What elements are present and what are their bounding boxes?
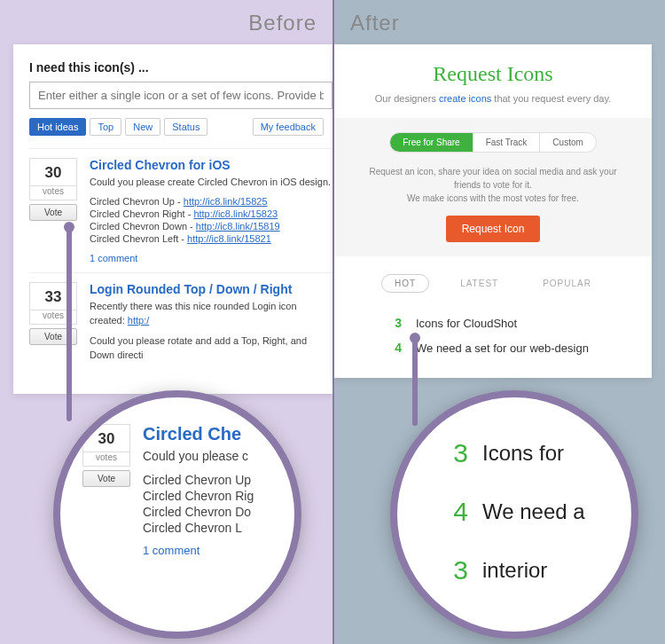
pill-fast-track[interactable]: Fast Track	[473, 133, 540, 152]
idea-link[interactable]: http:/	[128, 315, 149, 326]
before-label: Before	[248, 11, 317, 35]
chevron-link[interactable]: http://ic8.link/15821	[187, 233, 271, 244]
after-label: After	[350, 11, 400, 35]
pointer-dot	[64, 222, 74, 232]
idea-comments[interactable]: 1 comment	[90, 253, 332, 263]
list-item[interactable]: 3 Icons for	[415, 433, 631, 474]
vote-count: 30	[29, 158, 77, 186]
idea-input[interactable]	[29, 82, 332, 109]
list-item[interactable]: 4 We need a	[415, 491, 631, 532]
chevron-link[interactable]: http://ic8.link/15819	[196, 221, 280, 232]
idea-desc: Could you please c	[143, 448, 294, 466]
chevron-link[interactable]: http://ic8.link/15823	[193, 208, 278, 219]
list-text: We need a set for our web-design	[416, 342, 589, 355]
idea-row: 30 votes Vote Circled Chevron for iOS Co…	[29, 148, 332, 272]
after-subtitle: Our designers create icons that you requ…	[343, 93, 643, 104]
before-card: I need this icon(s) ... Hot ideas Top Ne…	[13, 44, 332, 394]
tab-status[interactable]: Status	[164, 118, 207, 136]
after-note: Request an icon, share your idea on soci…	[343, 165, 643, 205]
list-item[interactable]: 3 interior	[415, 550, 631, 591]
filter-hot[interactable]: HOT	[381, 274, 429, 293]
list-item[interactable]: 4 We need a set for our web-design	[343, 335, 643, 360]
pill-free[interactable]: Free for Share	[390, 133, 472, 152]
request-icon-button[interactable]: Request Icon	[446, 216, 541, 242]
idea-title[interactable]: Login Rounded Top / Down / Right	[90, 282, 332, 296]
before-heading: I need this icon(s) ...	[29, 60, 332, 75]
filter-latest[interactable]: LATEST	[447, 274, 512, 293]
list-votes: 4	[387, 341, 402, 355]
idea-row: 33 votes Vote Login Rounded Top / Down /…	[29, 272, 332, 378]
list-item[interactable]: 3 Icons for CloudShot	[343, 310, 643, 335]
pointer-line	[412, 337, 418, 426]
tab-hot-ideas[interactable]: Hot ideas	[29, 118, 86, 136]
idea-desc: Could you please rotate and add a Top, R…	[90, 334, 332, 362]
chevron-link[interactable]: http://ic8.link/15825	[184, 196, 268, 207]
idea-title[interactable]: Circled Chevron for iOS	[90, 158, 332, 172]
list-votes: 3	[387, 316, 402, 330]
filter-popular[interactable]: POPULAR	[529, 274, 605, 293]
pointer-dot	[410, 333, 420, 343]
list-text: Icons for CloudShot	[416, 317, 517, 330]
vote-label: votes	[29, 186, 77, 200]
tab-my-feedback[interactable]: My feedback	[253, 118, 324, 136]
vote-count: 30	[82, 424, 130, 452]
tab-new[interactable]: New	[125, 118, 160, 136]
after-card: Request Icons Our designers create icons…	[334, 44, 652, 378]
vote-label: votes	[82, 452, 130, 467]
vote-button[interactable]: Vote	[82, 470, 130, 487]
idea-comments[interactable]: 1 comment	[143, 544, 294, 557]
idea-desc: Could you please create Circled Chevron …	[90, 176, 332, 189]
pill-custom[interactable]: Custom	[539, 133, 595, 152]
pointer-line	[66, 226, 72, 421]
zoom-after: 3 Icons for 4 We need a 3 interior	[390, 390, 638, 639]
create-icons-link[interactable]: create icons	[439, 93, 491, 104]
idea-desc: Recently there was this nice rounded Log…	[90, 300, 332, 327]
tab-top[interactable]: Top	[90, 118, 121, 136]
vote-button[interactable]: Vote	[29, 204, 77, 221]
after-title: Request Icons	[343, 62, 643, 86]
zoom-before: 30 votes Vote Circled Che Could you plea…	[53, 390, 301, 639]
